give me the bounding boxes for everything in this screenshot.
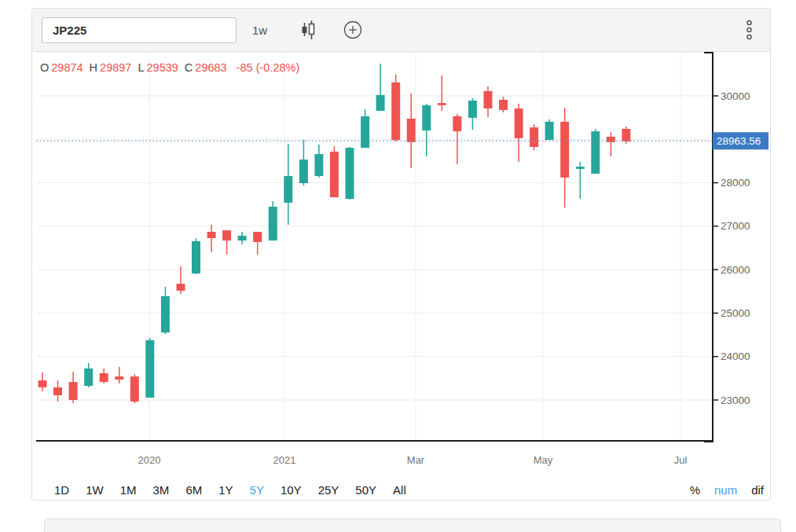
candle-body <box>115 376 123 380</box>
range-button-3M[interactable]: 3M <box>153 483 170 497</box>
legend-low-label: L <box>138 61 144 74</box>
ohlc-legend: O29874H29897L29539C29683-85 (-0.28%) <box>40 61 299 74</box>
range-button-10Y[interactable]: 10Y <box>281 483 302 497</box>
candle-body <box>438 103 446 105</box>
candle-body <box>361 116 369 148</box>
price-tick-label: 25000 <box>721 307 750 319</box>
candle-body <box>130 376 139 402</box>
candle-body <box>53 387 62 395</box>
candle-body <box>314 154 323 176</box>
candlestick-chart[interactable]: 3000028000270002600025000240002300028963… <box>32 52 772 453</box>
candle-body <box>422 105 431 130</box>
candle-body <box>39 380 47 387</box>
range-button-1W[interactable]: 1W <box>86 483 104 497</box>
range-button-50Y[interactable]: 50Y <box>355 483 376 497</box>
price-tick-label: 27000 <box>721 220 750 232</box>
candle-body <box>100 373 108 382</box>
chart-widget-panel: 1w <box>31 8 771 501</box>
timeframe-label: 1w <box>252 24 267 37</box>
time-axis-label: 2021 <box>273 454 296 466</box>
time-axis-label: 2020 <box>138 454 161 466</box>
candle-body <box>622 129 630 141</box>
bottom-toolbar: 1D1W1M3M6M1Y5Y10Y25Y50YAll %numdif <box>32 479 770 501</box>
candle-body <box>576 167 585 169</box>
candle-body <box>607 137 615 142</box>
candle-body <box>222 230 231 240</box>
candle-body <box>560 122 569 178</box>
current-price-label-text: 28963.56 <box>717 135 761 147</box>
kebab-menu-icon[interactable] <box>746 19 753 41</box>
legend-open-value: 29874 <box>51 61 83 74</box>
price-tick-label: 28000 <box>721 177 750 189</box>
time-axis-label: May <box>534 454 553 466</box>
candle-body <box>207 232 216 238</box>
candle-body <box>238 236 247 240</box>
candle-body <box>69 382 78 400</box>
page: 1w <box>0 0 796 532</box>
candle-body <box>145 340 154 398</box>
candle-body <box>284 176 292 203</box>
candle-body <box>346 148 354 199</box>
legend-close-label: C <box>185 61 193 74</box>
candle-body <box>499 100 508 110</box>
candle-body <box>330 152 339 197</box>
candle-body <box>376 95 385 111</box>
range-button-1M[interactable]: 1M <box>120 483 137 497</box>
mode-toolbar: %numdif <box>690 483 764 497</box>
candle-body <box>545 122 554 140</box>
next-widget-header <box>44 519 781 532</box>
time-axis-label: Jul <box>674 454 688 466</box>
range-toolbar: 1D1W1M3M6M1Y5Y10Y25Y50YAll <box>54 483 406 497</box>
range-button-All[interactable]: All <box>393 483 406 497</box>
candle-body <box>515 108 523 138</box>
symbol-input[interactable] <box>42 17 237 43</box>
candle-body <box>391 83 400 140</box>
range-button-1D[interactable]: 1D <box>54 483 69 497</box>
price-tick-label: 30000 <box>721 90 750 102</box>
chart-toolbar: 1w <box>32 9 770 52</box>
time-axis[interactable]: 20202021MarMayJul <box>32 453 770 470</box>
legend-change-value: -85 (-0.28%) <box>237 61 300 74</box>
price-tick-label: 26000 <box>721 264 750 276</box>
range-button-1Y[interactable]: 1Y <box>218 483 233 497</box>
candle-body <box>84 369 93 386</box>
candle-body <box>177 284 185 291</box>
candle-body <box>591 131 600 174</box>
chart-canvas[interactable]: 3000028000270002600025000240002300028963… <box>32 52 772 453</box>
mode-button-dif[interactable]: dif <box>751 483 764 497</box>
range-button-5Y[interactable]: 5Y <box>250 483 264 497</box>
candle-body <box>192 241 200 273</box>
candle-body <box>269 207 277 240</box>
legend-high-value: 29897 <box>100 61 131 74</box>
candle-body <box>161 296 170 332</box>
candle-body <box>253 232 262 242</box>
range-button-6M[interactable]: 6M <box>185 483 202 497</box>
time-axis-label: Mar <box>407 454 424 466</box>
mode-button-num[interactable]: num <box>714 483 737 497</box>
legend-high-label: H <box>90 61 97 74</box>
price-tick-label: 24000 <box>721 350 750 362</box>
candle-body <box>407 119 416 142</box>
add-circle-icon[interactable] <box>343 20 363 40</box>
candle-body <box>468 101 477 118</box>
candle-body <box>299 160 308 183</box>
legend-close-value: 29683 <box>195 61 226 74</box>
candle-body <box>530 127 538 147</box>
price-tick-label: 23000 <box>721 394 750 406</box>
mode-button-%[interactable]: % <box>690 483 700 497</box>
legend-open-label: O <box>40 61 49 74</box>
candle-body <box>484 91 493 108</box>
candle-body <box>453 116 461 131</box>
candlestick-icon[interactable] <box>300 20 317 40</box>
range-button-25Y[interactable]: 25Y <box>318 483 339 497</box>
legend-low-value: 29539 <box>147 61 178 74</box>
